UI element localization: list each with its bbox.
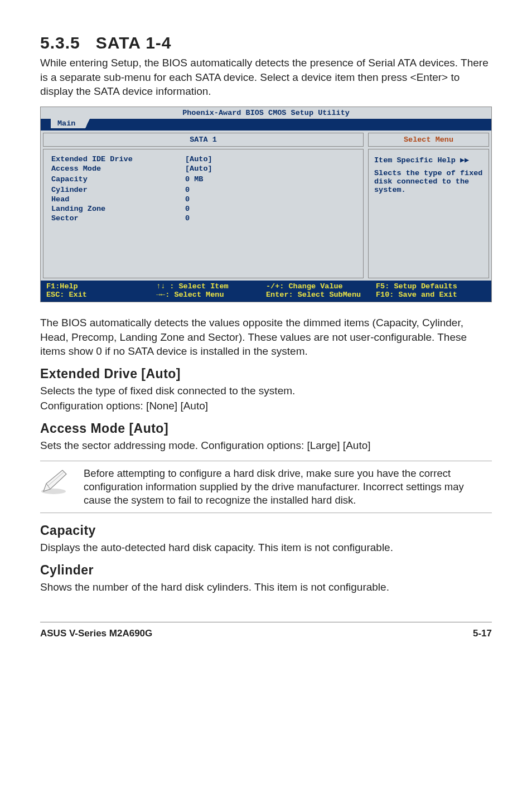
- bios-item-value: [Auto]: [185, 165, 212, 173]
- bios-tab-main[interactable]: Main: [51, 119, 85, 128]
- bios-item-value: [Auto]: [185, 155, 212, 163]
- bios-utility-title: Phoenix-Award BIOS CMOS Setup Utility: [41, 107, 491, 119]
- access-mode-heading: Access Mode [Auto]: [40, 421, 492, 436]
- bios-item-value: 0: [185, 214, 190, 223]
- bios-item-row[interactable]: Cylinder0: [51, 186, 355, 194]
- section-heading: 5.3.5 SATA 1-4: [40, 33, 492, 52]
- bios-item-value: 0: [185, 186, 190, 194]
- bios-tab-bar: Main: [41, 119, 491, 128]
- bios-item-label: Capacity: [51, 175, 185, 183]
- bios-item-list: Extended IDE Drive[Auto]Access Mode[Auto…: [43, 149, 364, 278]
- bios-footer-col1: F1:Help ESC: Exit: [46, 282, 156, 299]
- access-mode-body: Sets the sector addressing mode. Configu…: [40, 438, 492, 453]
- bios-item-label: Landing Zone: [51, 205, 185, 213]
- section-number: 5.3.5: [40, 33, 80, 52]
- extended-drive-line1: Selects the type of fixed disk connected…: [40, 384, 492, 398]
- cylinder-heading: Cylinder: [40, 563, 492, 578]
- note-block: Before attempting to configure a hard di…: [40, 461, 492, 513]
- note-text: Before attempting to configure a hard di…: [84, 467, 490, 507]
- bios-item-row[interactable]: Sector0: [51, 214, 355, 223]
- bios-footer-col2: ↑↓ : Select Item →←: Select Menu: [156, 282, 266, 299]
- footer-left: ASUS V-Series M2A690G: [40, 628, 152, 639]
- bios-footer-col4: F5: Setup Defaults F10: Save and Exit: [376, 282, 486, 299]
- bios-item-label: Cylinder: [51, 186, 185, 194]
- bios-help-title: Item Specific Help ▶▶: [374, 155, 483, 165]
- bios-item-value: 0: [185, 195, 190, 204]
- bios-item-row[interactable]: Head0: [51, 195, 355, 204]
- bios-item-row[interactable]: Extended IDE Drive[Auto]: [51, 155, 355, 163]
- bios-item-label: Access Mode: [51, 165, 185, 173]
- bios-item-value: 0 MB: [185, 175, 203, 183]
- extended-drive-heading: Extended Drive [Auto]: [40, 366, 492, 381]
- bios-item-label: Sector: [51, 214, 185, 223]
- bios-left-heading: SATA 1: [43, 133, 364, 147]
- bios-help-panel: Item Specific Help ▶▶ Slects the type of…: [368, 149, 489, 278]
- section-title: SATA 1-4: [96, 33, 172, 52]
- cylinder-body: Shows the number of the hard disk cylind…: [40, 580, 492, 595]
- bios-item-row[interactable]: Landing Zone0: [51, 205, 355, 213]
- pencil-icon: [40, 467, 84, 498]
- extended-drive-line2: Configuration options: [None] [Auto]: [40, 399, 492, 413]
- bios-footer-col3: -/+: Change Value Enter: Select SubMenu: [266, 282, 376, 299]
- svg-marker-1: [43, 470, 66, 491]
- bios-item-row[interactable]: Capacity0 MB: [51, 175, 355, 183]
- bios-footer-bar: F1:Help ESC: Exit ↑↓ : Select Item →←: S…: [41, 281, 491, 302]
- intro-paragraph: While entering Setup, the BIOS automatic…: [40, 56, 492, 99]
- capacity-heading: Capacity: [40, 523, 492, 538]
- bios-item-label: Head: [51, 195, 185, 204]
- page-footer: ASUS V-Series M2A690G 5-17: [40, 622, 492, 639]
- footer-right: 5-17: [473, 628, 492, 639]
- bios-help-body: Slects the type of fixed disk connected …: [374, 169, 483, 194]
- post-bios-paragraph: The BIOS automatically detects the value…: [40, 316, 492, 359]
- bios-item-label: Extended IDE Drive: [51, 155, 185, 163]
- capacity-body: Displays the auto-detected hard disk cap…: [40, 540, 492, 555]
- bios-item-value: 0: [185, 205, 190, 213]
- bios-screenshot: Phoenix-Award BIOS CMOS Setup Utility Ma…: [40, 107, 492, 302]
- bios-item-row[interactable]: Access Mode[Auto]: [51, 165, 355, 173]
- bios-right-heading: Select Menu: [368, 133, 489, 147]
